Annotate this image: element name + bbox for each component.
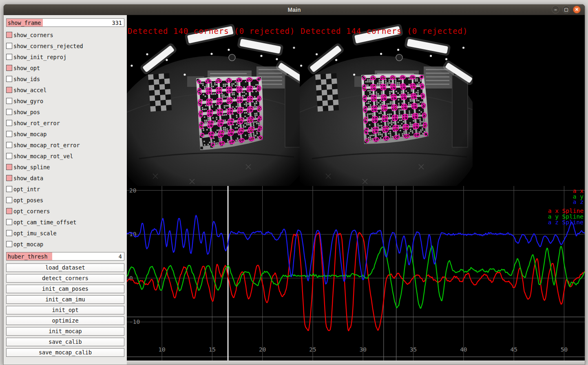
svg-text:-10: -10	[129, 319, 140, 325]
init_mocap-button[interactable]: init_mocap	[6, 327, 124, 336]
window-title: Main	[288, 7, 301, 13]
camera-panel: Detected 140 corners (0 rejected) Detect…	[127, 15, 585, 186]
huber-thresh-slider[interactable]: huber_thresh 4	[6, 252, 124, 261]
checkbox-label: show_pos	[13, 109, 40, 115]
checkbox-opt_mocap[interactable]: opt_mocap	[6, 239, 124, 250]
checkbox-opt_poses[interactable]: opt_poses	[6, 195, 124, 206]
checkbox-box[interactable]	[6, 186, 12, 192]
checkbox-box[interactable]	[6, 241, 12, 247]
checkbox-box[interactable]	[6, 98, 12, 104]
checkbox-box[interactable]	[6, 65, 12, 71]
svg-text:20: 20	[259, 346, 266, 353]
checkbox-label: opt_imu_scale	[13, 230, 57, 237]
slider-value: 331	[112, 20, 122, 26]
maximize-button[interactable]: ▢	[562, 6, 570, 13]
slider-value: 4	[119, 253, 122, 260]
checkbox-box[interactable]	[6, 76, 12, 82]
save_calib-button[interactable]: save_calib	[6, 338, 124, 346]
minimize-button[interactable]: −	[552, 6, 559, 13]
checkbox-label: opt_intr	[13, 186, 40, 192]
checkbox-box[interactable]	[6, 219, 12, 225]
close-button[interactable]: ✕	[573, 6, 581, 13]
checkbox-label: show_accel	[13, 87, 46, 93]
checkbox-label: opt_corners	[13, 208, 50, 215]
checkbox-label: show_corners	[13, 32, 53, 38]
checkbox-label: show_gyro	[13, 98, 43, 104]
legend-a-z-Spline: a z Spline	[548, 219, 584, 226]
checkbox-box[interactable]	[6, 109, 12, 115]
checkbox-show_gyro[interactable]: show_gyro	[6, 95, 124, 106]
save_mocap_calib-button[interactable]: save_mocap_calib	[6, 348, 124, 357]
window-bottom-border	[127, 361, 585, 365]
svg-text:35: 35	[410, 346, 417, 353]
checkbox-box[interactable]	[6, 43, 12, 49]
init_cam_imu-button[interactable]: init_cam_imu	[6, 295, 124, 304]
checkbox-label: show_mocap_rot_vel	[13, 153, 73, 159]
camera-view-right[interactable]: Detected 144 corners (0 rejected)	[300, 15, 473, 186]
camera-view-left[interactable]: Detected 140 corners (0 rejected)	[127, 15, 300, 186]
checkbox-label: show_corners_rejected	[13, 43, 83, 49]
checkbox-show_opt[interactable]: show_opt	[6, 62, 124, 73]
checkbox-opt_corners[interactable]: opt_corners	[6, 206, 124, 217]
checkbox-show_spline[interactable]: show_spline	[6, 161, 124, 173]
imu-plot[interactable]: 10152025303540455020100-10a xa ya za x S…	[127, 186, 585, 361]
main-window: Main − ▢ ✕ show_frame 331 show_cornerssh…	[3, 4, 585, 365]
checkbox-label: show_mocap	[13, 131, 46, 137]
checkbox-label: opt_cam_time_offset	[13, 219, 76, 226]
svg-text:45: 45	[510, 346, 517, 353]
checkbox-opt_cam_time_offset[interactable]: opt_cam_time_offset	[6, 217, 124, 228]
show-frame-slider[interactable]: show_frame 331	[6, 18, 124, 27]
checkbox-box[interactable]	[6, 197, 12, 203]
slider-label: show_frame	[8, 20, 41, 26]
checkbox-opt_intr[interactable]: opt_intr	[6, 184, 124, 195]
checkbox-box[interactable]	[6, 208, 12, 214]
display-panel: Detected 140 corners (0 rejected) Detect…	[127, 15, 585, 365]
svg-text:15: 15	[209, 346, 216, 353]
checkbox-show_rot_error[interactable]: show_rot_error	[6, 117, 124, 128]
checkbox-box[interactable]	[6, 131, 12, 137]
checkbox-opt_imu_scale[interactable]: opt_imu_scale	[6, 228, 124, 239]
checkbox-label: show_opt	[13, 65, 40, 71]
checkbox-show_data[interactable]: show_data	[6, 173, 124, 184]
svg-text:30: 30	[360, 346, 367, 353]
checkbox-show_mocap_rot_vel[interactable]: show_mocap_rot_vel	[6, 150, 124, 161]
checkbox-show_mocap[interactable]: show_mocap	[6, 128, 124, 139]
action-button-list: load_datasetdetect_cornersinit_cam_poses…	[6, 263, 124, 357]
checkbox-box[interactable]	[6, 164, 12, 170]
checkbox-label: opt_poses	[13, 197, 43, 204]
checkbox-show_mocap_rot_error[interactable]: show_mocap_rot_error	[6, 139, 124, 150]
svg-text:25: 25	[309, 346, 316, 353]
optimize-button[interactable]: optimize	[6, 316, 124, 325]
checkbox-box[interactable]	[6, 120, 12, 126]
checkbox-show_init_reproj[interactable]: show_init_reproj	[6, 51, 124, 62]
checkbox-box[interactable]	[6, 230, 12, 236]
load_dataset-button[interactable]: load_dataset	[6, 263, 124, 272]
title-bar[interactable]: Main − ▢ ✕	[4, 4, 585, 15]
checkbox-label: show_init_reproj	[13, 54, 66, 60]
legend-a-z: a z	[573, 199, 584, 205]
checkbox-show_pos[interactable]: show_pos	[6, 106, 124, 117]
checkbox-show_corners_rejected[interactable]: show_corners_rejected	[6, 40, 124, 51]
checkbox-box[interactable]	[6, 32, 12, 38]
checkbox-label: opt_mocap	[13, 241, 43, 248]
checkbox-show_corners[interactable]: show_corners	[6, 29, 124, 40]
checkbox-show_ids[interactable]: show_ids	[6, 73, 124, 84]
checkbox-show_accel[interactable]: show_accel	[6, 84, 124, 95]
checkbox-label: show_spline	[13, 164, 50, 170]
svg-text:40: 40	[460, 346, 467, 353]
control-sidebar: show_frame 331 show_cornersshow_corners_…	[4, 15, 127, 365]
svg-text:20: 20	[129, 187, 136, 194]
checkbox-label: show_mocap_rot_error	[13, 142, 80, 148]
svg-text:10: 10	[158, 346, 165, 353]
init_cam_poses-button[interactable]: init_cam_poses	[6, 285, 124, 293]
checkbox-label: show_rot_error	[13, 120, 60, 126]
checkbox-box[interactable]	[6, 175, 12, 181]
checkbox-box[interactable]	[6, 54, 12, 60]
checkbox-box[interactable]	[6, 153, 12, 159]
checkbox-box[interactable]	[6, 142, 12, 148]
detect_corners-button[interactable]: detect_corners	[6, 274, 124, 283]
checkbox-box[interactable]	[6, 87, 12, 93]
checkbox-label: show_data	[13, 175, 43, 181]
init_opt-button[interactable]: init_opt	[6, 306, 124, 314]
svg-text:50: 50	[561, 346, 568, 353]
